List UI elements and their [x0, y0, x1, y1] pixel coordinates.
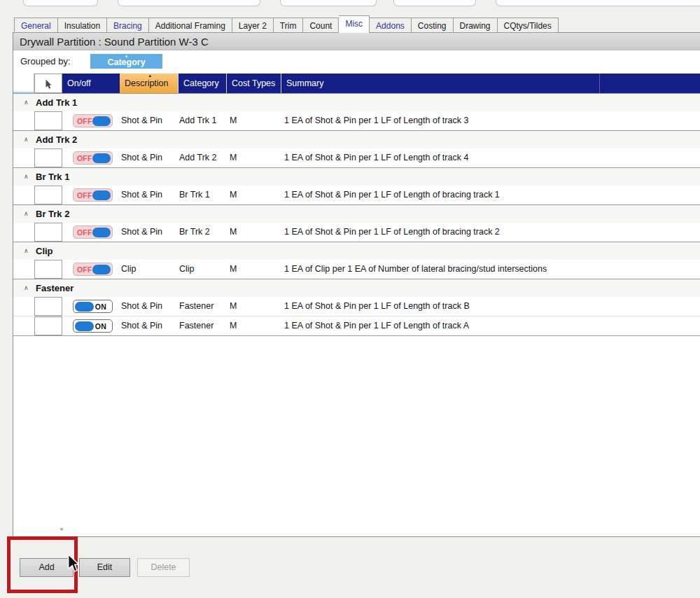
collapse-icon[interactable]: ∧ [24, 205, 29, 223]
grid-header: On/off ▲ Description Category Cost Types… [13, 74, 700, 93]
pointer-icon [45, 79, 52, 90]
collapse-icon[interactable]: ∧ [24, 168, 29, 186]
cell-cost-type: M [230, 111, 279, 130]
cell-cost-type: M [230, 223, 279, 242]
tab-additional-framing[interactable]: Additional Framing [149, 18, 232, 33]
toolbar-button-partial[interactable] [23, 0, 98, 6]
collapse-icon[interactable]: ∧ [24, 131, 29, 148]
cell-category: Fastener [179, 297, 227, 316]
toolbar-button-partial[interactable] [118, 0, 260, 6]
cell-description: Shot & Pin [121, 111, 178, 130]
onoff-toggle[interactable]: ON [73, 300, 113, 313]
tab-drawing[interactable]: Drawing [454, 18, 498, 33]
group-header-clip: ∧Clip [13, 242, 700, 260]
grouped-by-label: Grouped by: [20, 50, 71, 72]
row-selector-cell[interactable] [34, 260, 62, 279]
cell-cost-type: M [230, 186, 279, 204]
cell-summary: 1 EA of Shot & Pin per 1 LF of Length of… [284, 223, 697, 242]
cell-cost-type: M [230, 148, 279, 167]
toggle-label: OFF [77, 265, 92, 274]
tab-bar: GeneralInsulationBracingAdditional Frami… [14, 17, 559, 33]
edit-button[interactable]: Edit [79, 558, 130, 577]
toggle-knob [75, 302, 94, 312]
row-selector-cell[interactable] [34, 186, 62, 204]
collapse-icon[interactable]: ∧ [24, 94, 29, 111]
group-header-br-trk-1: ∧Br Trk 1 [13, 167, 700, 186]
row-selector-cell[interactable] [34, 297, 62, 316]
tab-insulation[interactable]: Insulation [58, 18, 107, 33]
cell-summary: 1 EA of Shot & Pin per 1 LF of Length of… [284, 111, 697, 130]
group-name: Add Trk 2 [36, 131, 77, 148]
cell-summary: 1 EA of Clip per 1 EA of Number of later… [284, 260, 697, 279]
sort-asc-icon: ▲ [125, 54, 129, 58]
cell-description: Shot & Pin [121, 317, 178, 335]
column-header-description[interactable]: ▲ Description [120, 74, 178, 93]
cell-summary: 1 EA of Shot & Pin per 1 LF of Length of… [284, 186, 697, 204]
panel-title: Drywall Partition : Sound Partition W-3 … [13, 33, 700, 50]
group-header-add-trk-1: ∧Add Trk 1 [13, 93, 700, 111]
toggle-knob [92, 190, 111, 200]
toggle-label: ON [95, 322, 106, 331]
cell-cost-type: M [230, 317, 279, 335]
toggle-knob [92, 265, 111, 274]
row-selector-cell[interactable] [34, 223, 62, 242]
column-header-onoff[interactable]: On/off [62, 74, 120, 93]
sort-asc-icon: ▲ [148, 74, 152, 78]
misc-tab-panel: Drywall Partition : Sound Partition W-3 … [13, 32, 700, 537]
group-name: Br Trk 2 [36, 205, 69, 223]
column-header-cost-types[interactable]: Cost Types [226, 74, 281, 93]
group-name: Br Trk 1 [36, 168, 69, 186]
tab-trim[interactable]: Trim [274, 18, 304, 33]
cell-category: Add Trk 2 [179, 148, 227, 167]
toolbar-button-partial[interactable] [280, 0, 377, 6]
onoff-toggle[interactable]: OFF [73, 188, 113, 202]
onoff-toggle[interactable]: ON [73, 319, 113, 333]
row-selector-header[interactable] [34, 74, 62, 93]
row-selector-cell[interactable] [34, 317, 62, 335]
delete-button: Delete [137, 558, 190, 577]
toggle-label: ON [95, 303, 106, 311]
scroll-left-icon[interactable]: ◂ [59, 526, 63, 532]
row-selector-cell[interactable] [34, 148, 62, 167]
row-gutter-header [13, 74, 34, 93]
column-header-category[interactable]: Category [178, 74, 226, 93]
item-row: OFFClipClipM1 EA of Clip per 1 EA of Num… [13, 260, 700, 279]
onoff-toggle[interactable]: OFF [73, 263, 113, 276]
cell-description: Shot & Pin [121, 223, 178, 242]
onoff-toggle[interactable]: OFF [73, 114, 113, 127]
grouped-by-value: Category [107, 57, 145, 67]
collapse-icon[interactable]: ∧ [24, 279, 29, 297]
onoff-toggle[interactable]: OFF [73, 225, 113, 239]
toolbar-button-partial[interactable] [393, 0, 476, 6]
row-selector-cell[interactable] [34, 111, 62, 130]
mouse-cursor [64, 554, 83, 573]
tab-bracing[interactable]: Bracing [107, 18, 149, 33]
toolbar-button-partial[interactable] [496, 0, 700, 6]
grid-rows: ∧Add Trk 1OFFShot & PinAdd Trk 1M1 EA of… [13, 93, 700, 336]
cell-category: Fastener [179, 317, 227, 335]
tab-misc[interactable]: Misc [339, 15, 370, 33]
group-header-add-trk-2: ∧Add Trk 2 [13, 130, 700, 148]
cell-category: Clip [179, 260, 227, 279]
group-name: Clip [36, 242, 53, 260]
tab-addons[interactable]: Addons [370, 18, 412, 33]
item-row: OFFShot & PinBr Trk 2M1 EA of Shot & Pin… [13, 223, 700, 242]
cell-category: Br Trk 2 [179, 223, 227, 242]
grouped-by-row: Grouped by: ▲ Category [13, 50, 700, 74]
tab-count[interactable]: Count [303, 18, 339, 33]
items-grid: On/off ▲ Description Category Cost Types… [13, 74, 700, 536]
tab-cqtys-tildes[interactable]: CQtys/Tildes [498, 18, 559, 33]
item-row: ONShot & PinFastenerM1 EA of Shot & Pin … [13, 316, 700, 336]
group-header-br-trk-2: ∧Br Trk 2 [13, 204, 700, 223]
tab-general[interactable]: General [14, 18, 58, 33]
cell-category: Br Trk 1 [179, 186, 227, 204]
toggle-label: OFF [77, 191, 92, 200]
toggle-label: OFF [77, 154, 92, 162]
column-header-summary[interactable]: Summary [281, 74, 599, 93]
tab-layer-2[interactable]: Layer 2 [232, 18, 274, 33]
column-header-filler [599, 74, 700, 93]
grouped-by-chip[interactable]: ▲ Category [90, 54, 162, 69]
collapse-icon[interactable]: ∧ [24, 242, 29, 260]
tab-costing[interactable]: Costing [412, 18, 454, 33]
onoff-toggle[interactable]: OFF [73, 151, 113, 165]
